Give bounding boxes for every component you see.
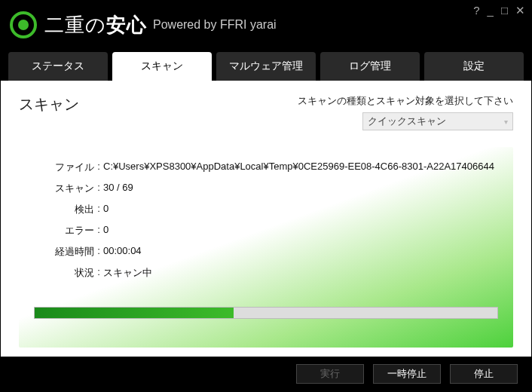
maximize-icon[interactable]: □ xyxy=(501,4,508,17)
tab-log[interactable]: ログ管理 xyxy=(320,52,420,81)
stop-button[interactable]: 停止 xyxy=(450,364,518,384)
app-logo-icon xyxy=(10,11,37,38)
label-error: エラー xyxy=(34,224,94,237)
value-scan: 30 / 69 xyxy=(103,182,498,195)
scan-options: スキャンの種類とスキャン対象を選択して下さい クイックスキャン ▾ xyxy=(298,94,513,130)
value-error: 0 xyxy=(103,224,498,237)
titlebar: 二重の安心 Powered by FFRI yarai ? _ □ ✕ xyxy=(1,1,531,49)
label-detect: 検出 xyxy=(34,203,94,216)
progress-fill xyxy=(35,308,234,318)
minimize-icon[interactable]: _ xyxy=(488,4,494,17)
scan-type-value: クイックスキャン xyxy=(368,115,446,128)
content-area: スキャン スキャンの種類とスキャン対象を選択して下さい クイックスキャン ▾ フ… xyxy=(1,81,531,357)
svg-point-1 xyxy=(18,20,29,30)
content-header: スキャン スキャンの種類とスキャン対象を選択して下さい クイックスキャン ▾ xyxy=(19,94,513,130)
powered-by-text: Powered by FFRI yarai xyxy=(153,18,277,32)
label-elapsed: 経過時間 xyxy=(34,245,94,259)
close-icon[interactable]: ✕ xyxy=(515,4,525,17)
app-title-bold: 安心 xyxy=(106,14,147,36)
scan-panel: ファイル : C:¥Users¥XPS8300¥AppData¥Local¥Te… xyxy=(19,147,513,348)
tab-bar: ステータス スキャン マルウェア管理 ログ管理 設定 xyxy=(1,49,531,81)
value-detect: 0 xyxy=(103,203,498,216)
app-title-prefix: 二重の xyxy=(44,14,106,36)
help-icon[interactable]: ? xyxy=(473,4,479,17)
scan-type-select[interactable]: クイックスキャン ▾ xyxy=(362,112,513,130)
progress-bar xyxy=(34,307,498,319)
label-scan: スキャン xyxy=(34,182,94,195)
tab-malware[interactable]: マルウェア管理 xyxy=(216,52,316,81)
instruction-text: スキャンの種類とスキャン対象を選択して下さい xyxy=(298,94,513,108)
label-status: 状況 xyxy=(34,266,94,280)
tab-status[interactable]: ステータス xyxy=(8,52,108,81)
chevron-down-icon: ▾ xyxy=(504,118,508,126)
value-status: スキャン中 xyxy=(103,266,498,280)
value-file: C:¥Users¥XPS8300¥AppData¥Local¥Temp¥0CE2… xyxy=(103,161,498,174)
execute-button: 実行 xyxy=(296,364,364,384)
pause-button[interactable]: 一時停止 xyxy=(373,364,441,384)
app-window: 二重の安心 Powered by FFRI yarai ? _ □ ✕ ステータ… xyxy=(0,0,532,392)
scan-info-table: ファイル : C:¥Users¥XPS8300¥AppData¥Local¥Te… xyxy=(34,161,498,280)
tab-settings[interactable]: 設定 xyxy=(424,52,524,81)
page-title: スキャン xyxy=(19,94,79,115)
value-elapsed: 00:00:04 xyxy=(103,245,498,259)
tab-scan[interactable]: スキャン xyxy=(112,52,212,81)
action-bar: 実行 一時停止 停止 xyxy=(1,357,531,391)
window-controls: ? _ □ ✕ xyxy=(473,4,525,17)
app-title: 二重の安心 xyxy=(44,12,147,38)
label-file: ファイル xyxy=(34,161,94,174)
